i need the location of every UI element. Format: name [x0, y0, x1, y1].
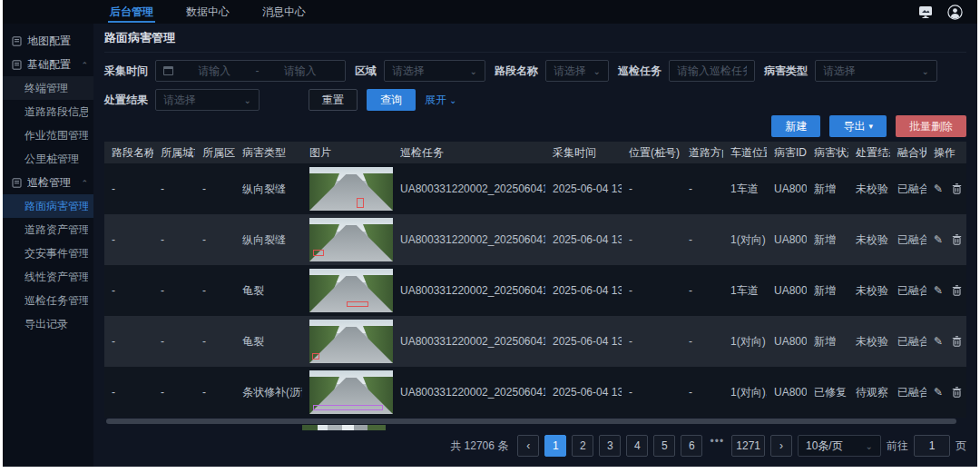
delete-icon[interactable] — [952, 234, 962, 245]
result-placeholder: 请选择 — [163, 93, 196, 108]
expand-filters-link[interactable]: 展开 ⌄ — [425, 93, 456, 108]
cell-fusion: 已融合 — [890, 385, 926, 400]
calendar-icon — [163, 66, 173, 75]
cell-task: UA800331220002_20250604133852059 — [393, 335, 545, 348]
sidebar-item-inspection-mgmt[interactable]: 巡检管理⌃ — [3, 171, 93, 194]
page-button-1271[interactable]: 1271 — [731, 435, 765, 457]
sidebar-item-label: 公里桩管理 — [24, 152, 79, 167]
page-button-2[interactable]: 2 — [572, 435, 593, 457]
sidebar-item-linear-asset-mgmt[interactable]: 线性资产管理 — [3, 265, 93, 289]
chevron-up-icon: ⌃ — [81, 179, 88, 188]
cell-lane: 1车道 — [723, 182, 767, 197]
sidebar-item-label: 线性资产管理 — [24, 270, 88, 285]
screen-monitor-icon[interactable] — [917, 4, 934, 20]
cell-direction: - — [681, 335, 723, 348]
create-button[interactable]: 新建 — [771, 115, 820, 137]
delete-icon[interactable] — [952, 285, 962, 296]
edit-icon[interactable]: ✎ — [934, 233, 943, 246]
sidebar-item-road-asset-mgmt[interactable]: 道路资产管理 — [3, 218, 93, 241]
export-button[interactable]: 导出 ▾ — [829, 115, 887, 137]
page-button-6[interactable]: 6 — [681, 435, 702, 457]
prev-page-button[interactable]: ‹ — [517, 435, 539, 457]
sidebar-item-traffic-event-mgmt[interactable]: 交安事件管理 — [3, 241, 93, 265]
app-window: 后台管理数据中心消息中心 地图配置基础配置⌃终端管理道路路段信息作业范围管理公里… — [3, 0, 977, 467]
sidebar-item-label: 作业范围管理 — [24, 128, 88, 143]
disease-type-label: 病害类型 — [764, 64, 808, 79]
cell-time: 2025-06-04 13:50 — [545, 386, 622, 399]
sidebar-item-label: 路面病害管理 — [24, 199, 88, 214]
collect-time-end-input[interactable] — [263, 64, 338, 77]
edit-icon[interactable]: ✎ — [934, 335, 943, 348]
disease-type-select[interactable]: 请选择 ⌄ — [815, 60, 937, 82]
page-size-select[interactable]: 10条/页 ⌄ — [798, 435, 881, 457]
column-header-id: 病害ID — [767, 145, 807, 161]
road-photo-thumbnail[interactable] — [309, 370, 393, 414]
tab-data-center[interactable]: 数据中心 — [170, 0, 246, 24]
page-button-5[interactable]: 5 — [653, 435, 675, 457]
delete-icon[interactable] — [952, 387, 962, 398]
detection-box — [357, 198, 364, 209]
document-icon — [12, 60, 22, 70]
collect-time-label: 采集时间 — [104, 64, 148, 79]
cell-status: 新增 — [807, 182, 848, 197]
sidebar-item-inspection-task-mgmt[interactable]: 巡检任务管理 — [3, 289, 93, 312]
collect-time-range-input[interactable]: - — [155, 60, 346, 82]
road-photo-thumbnail[interactable] — [309, 167, 393, 211]
cell-type: 龟裂 — [235, 283, 302, 299]
detection-box — [313, 250, 324, 257]
region-label: 区域 — [355, 64, 377, 79]
cell-id: UA800... — [767, 284, 807, 297]
scrollbar-thumb[interactable] — [106, 419, 956, 424]
cell-photo — [302, 320, 393, 363]
user-avatar-icon[interactable] — [946, 4, 963, 20]
region-select[interactable]: 请选择 ⌄ — [384, 60, 485, 82]
cell-task: UA800331220002_20250604133852059 — [393, 182, 545, 195]
sidebar-item-map-config[interactable]: 地图配置 — [3, 29, 93, 53]
tab-message-center[interactable]: 消息中心 — [246, 0, 322, 24]
cell-result: 待观察 — [848, 385, 890, 400]
page-button-1[interactable]: 1 — [544, 435, 566, 457]
sidebar-item-export-records[interactable]: 导出记录 — [3, 312, 93, 336]
cell-fusion: 已融合 — [890, 334, 926, 350]
pages-ellipsis[interactable]: ••• — [708, 435, 726, 457]
cell-county: - — [195, 335, 235, 348]
detection-box — [312, 353, 319, 359]
result-select[interactable]: 请选择 ⌄ — [155, 89, 260, 111]
edit-icon[interactable]: ✎ — [934, 182, 943, 195]
sidebar-item-terminal-mgmt[interactable]: 终端管理 — [3, 76, 93, 100]
table-body: ---纵向裂缝UA800331220002_202506041338520592… — [104, 163, 966, 418]
cell-stake: - — [622, 335, 681, 348]
reset-button[interactable]: 重置 — [309, 89, 358, 111]
table-header-row: 路段名称所属城市所属区县病害类型图片巡检任务采集时间位置(桩号)道路方向车道位置… — [104, 142, 966, 163]
cell-city: - — [153, 182, 195, 195]
cell-county: - — [195, 386, 235, 399]
filter-row-1: 采集时间 - 区域 请选择 ⌄ 路段名称 — [104, 60, 966, 82]
expand-label: 展开 — [425, 93, 446, 108]
sidebar-item-kilometer-post-mgmt[interactable]: 公里桩管理 — [3, 147, 93, 171]
sidebar-item-base-config[interactable]: 基础配置⌃ — [3, 53, 93, 76]
road-photo-thumbnail[interactable] — [309, 320, 393, 363]
sidebar-item-label: 交安事件管理 — [24, 246, 88, 261]
sidebar-item-work-scope-mgmt[interactable]: 作业范围管理 — [3, 123, 93, 147]
page-button-3[interactable]: 3 — [599, 435, 621, 457]
search-button[interactable]: 查询 — [367, 89, 416, 111]
edit-icon[interactable]: ✎ — [934, 386, 943, 399]
road-name-select[interactable]: 请选择 ⌄ — [545, 60, 609, 82]
sidebar-item-road-disease-mgmt[interactable]: 路面病害管理 — [3, 194, 93, 218]
road-photo-thumbnail[interactable] — [309, 269, 393, 312]
tab-backend[interactable]: 后台管理 — [93, 0, 170, 24]
page-button-4[interactable]: 4 — [626, 435, 648, 457]
sidebar-item-road-section-info[interactable]: 道路路段信息 — [3, 100, 93, 123]
edit-icon[interactable]: ✎ — [934, 284, 943, 297]
task-label: 巡检任务 — [618, 64, 662, 79]
task-input[interactable] — [677, 64, 747, 77]
cell-task: UA800331220002_20250604133852059 — [393, 233, 545, 246]
batch-delete-button[interactable]: 批量删除 — [896, 115, 966, 137]
delete-icon[interactable] — [952, 183, 962, 194]
next-page-button[interactable]: › — [770, 435, 792, 457]
delete-icon[interactable] — [952, 336, 962, 347]
cell-fusion: 已融合 — [890, 283, 926, 299]
goto-page-input[interactable] — [914, 435, 950, 457]
road-photo-thumbnail[interactable] — [309, 218, 393, 261]
collect-time-start-input[interactable] — [177, 64, 252, 77]
